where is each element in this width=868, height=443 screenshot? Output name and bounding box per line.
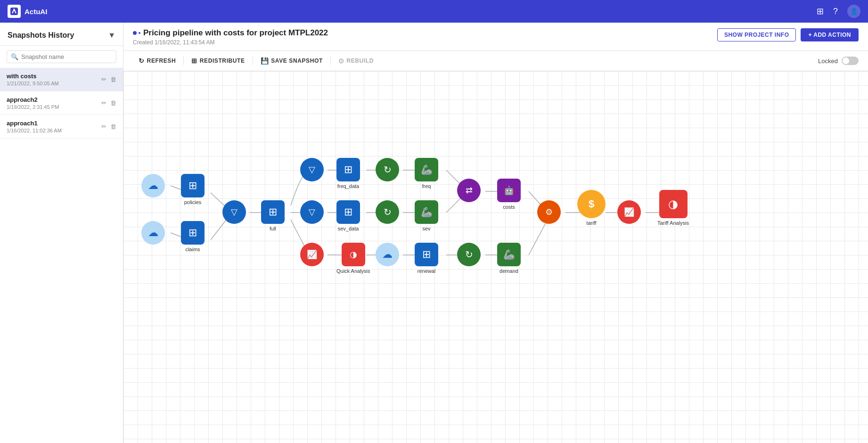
node-policies[interactable]: ⊞ policies <box>181 174 205 205</box>
node-freq-model[interactable]: ↻ <box>376 158 399 181</box>
refresh-icon: ↻ <box>139 57 145 65</box>
policies-icon: ⊞ <box>188 180 197 192</box>
sev-model-icon: ↻ <box>384 206 392 218</box>
snapshot-date-0: 1/21/2022, 9:50:05 AM <box>7 81 59 86</box>
header-buttons: SHOW PROJECT INFO + ADD ACTION <box>717 28 859 41</box>
save-snapshot-button[interactable]: 💾 SAVE SNAPSHOT <box>255 55 328 67</box>
renewal-cloud-icon: ☁ <box>382 248 393 261</box>
content-area: Pricing pipeline with costs for project … <box>123 23 868 443</box>
node-trend[interactable]: 📈 <box>617 200 641 224</box>
snapshot-date-2: 1/16/2022, 11:02:36 AM <box>7 128 62 133</box>
node-qa-circle[interactable]: 📈 <box>300 243 324 266</box>
node-freq-data[interactable]: ⊞ freq_data <box>336 158 360 189</box>
policies-label: policies <box>184 199 202 205</box>
grid-icon[interactable]: ⊞ <box>817 6 824 16</box>
node-tariff[interactable]: $ tariff <box>577 190 606 226</box>
main-layout: Snapshots History ▼ 🔍 with costs 1/21/20… <box>0 23 868 443</box>
pipeline-created: Created 1/16/2022, 11:43:54 AM <box>133 39 328 46</box>
tariff-label: tariff <box>586 220 596 226</box>
node-adjust[interactable]: ⚙ <box>537 200 561 224</box>
rebuild-icon: ⊙ <box>338 57 344 65</box>
toolbar: ↻ REFRESH ⊞ REDISTRIBUTE 💾 SAVE SNAPSHOT… <box>123 51 868 71</box>
redistribute-button[interactable]: ⊞ REDISTRIBUTE <box>186 55 250 67</box>
node-sev-data[interactable]: ⊞ sev_data <box>336 200 360 231</box>
toolbar-separator-2 <box>253 57 253 65</box>
node-tariff-analysis[interactable]: ◑ Tariff Analysis <box>657 190 689 226</box>
snapshot-actions-0: ✏ 🗑 <box>101 76 116 83</box>
pipeline-title: Pricing pipeline with costs for project … <box>133 28 328 38</box>
claims-label: claims <box>185 246 200 252</box>
node-renewal-cloud[interactable]: ☁ <box>376 243 399 266</box>
snapshot-date-1: 1/19/2022, 2:31:45 PM <box>7 104 59 110</box>
node-full[interactable]: ⊞ full <box>261 200 285 231</box>
snapshot-edit-icon-0[interactable]: ✏ <box>101 76 106 83</box>
snapshot-name-0: with costs <box>7 73 59 80</box>
qa-circle-icon: 📈 <box>307 249 317 260</box>
node-sev-arm[interactable]: 🦾 sev <box>415 200 438 231</box>
freq-data-icon: ⊞ <box>344 164 352 176</box>
node-renewal-model[interactable]: ↻ <box>457 243 481 266</box>
toolbar-separator-3 <box>330 57 331 65</box>
snapshot-item-2[interactable]: approach1 1/16/2022, 11:02:36 AM ✏ 🗑 <box>0 115 123 139</box>
freq-arm-label: freq <box>422 183 431 189</box>
node-filter2[interactable]: ▽ <box>300 158 324 181</box>
snapshot-item-text-1: approach2 1/19/2022, 2:31:45 PM <box>7 96 59 110</box>
refresh-button[interactable]: ↻ REFRESH <box>133 55 181 67</box>
freq-model-icon: ↻ <box>384 164 392 175</box>
snapshot-actions-2: ✏ 🗑 <box>101 123 116 130</box>
node-filter1[interactable]: ▽ <box>222 200 246 224</box>
topnav-left: ActuAI <box>8 5 47 18</box>
snapshot-list: with costs 1/21/2022, 9:50:05 AM ✏ 🗑 app… <box>0 68 123 139</box>
sidebar-collapse-icon[interactable]: ▼ <box>108 31 115 40</box>
full-icon: ⊞ <box>269 206 277 218</box>
help-icon[interactable]: ? <box>833 7 838 16</box>
locked-toggle[interactable] <box>842 57 859 65</box>
node-costs[interactable]: 🤖 costs <box>497 179 521 210</box>
snapshot-delete-icon-1[interactable]: 🗑 <box>110 99 116 107</box>
sidebar-search-container: 🔍 <box>7 50 116 63</box>
sev-data-icon: ⊞ <box>344 206 352 218</box>
content-header: Pricing pipeline with costs for project … <box>123 23 868 51</box>
snapshot-item-1[interactable]: approach2 1/19/2022, 2:31:45 PM ✏ 🗑 <box>0 91 123 115</box>
node-claims[interactable]: ⊞ claims <box>181 221 205 252</box>
freq-arm-icon: 🦾 <box>421 164 433 175</box>
costs-label: costs <box>503 204 515 210</box>
node-cloud1[interactable]: ☁ <box>141 174 165 197</box>
snapshot-edit-icon-1[interactable]: ✏ <box>101 99 106 107</box>
search-input[interactable] <box>21 53 112 60</box>
node-demand[interactable]: 🦾 demand <box>497 243 521 274</box>
add-action-button[interactable]: + ADD ACTION <box>801 28 859 41</box>
sev-arm-icon: 🦾 <box>421 206 433 218</box>
tariff-icon: $ <box>589 198 594 210</box>
app-title: ActuAI <box>25 8 47 16</box>
quick-analysis-icon: ◑ <box>350 249 357 260</box>
snapshot-edit-icon-2[interactable]: ✏ <box>101 123 106 130</box>
pipeline-info: Pricing pipeline with costs for project … <box>133 28 328 46</box>
sidebar: Snapshots History ▼ 🔍 with costs 1/21/20… <box>0 23 123 443</box>
rebuild-button[interactable]: ⊙ REBUILD <box>333 55 379 67</box>
pipeline-dot2 <box>139 32 140 34</box>
snapshot-actions-1: ✏ 🗑 <box>101 99 116 107</box>
sev-data-label: sev_data <box>338 226 359 231</box>
node-merge[interactable]: ⇄ <box>457 179 481 202</box>
user-icon[interactable]: 👤 <box>847 5 860 18</box>
pipeline-canvas: ☁ ⊞ policies ☁ <box>123 71 868 443</box>
freq-data-label: freq_data <box>337 183 359 189</box>
save-snapshot-icon: 💾 <box>261 57 269 65</box>
node-renewal[interactable]: ⊞ renewal <box>415 243 438 274</box>
filter1-icon: ▽ <box>231 207 237 217</box>
snapshot-delete-icon-2[interactable]: 🗑 <box>110 123 116 130</box>
show-project-info-button[interactable]: SHOW PROJECT INFO <box>717 28 796 41</box>
cloud1-icon: ☁ <box>148 180 158 192</box>
snapshot-delete-icon-0[interactable]: 🗑 <box>110 76 116 83</box>
app-logo <box>8 5 21 18</box>
node-filter3[interactable]: ▽ <box>300 200 324 224</box>
node-quick-analysis[interactable]: ◑ Quick Analysis <box>336 243 370 274</box>
snapshot-name-1: approach2 <box>7 96 59 103</box>
snapshot-item-0[interactable]: with costs 1/21/2022, 9:50:05 AM ✏ 🗑 <box>0 68 123 91</box>
node-sev-model[interactable]: ↻ <box>376 200 399 224</box>
node-cloud2[interactable]: ☁ <box>141 221 165 245</box>
search-icon: 🔍 <box>11 53 18 60</box>
node-freq-arm[interactable]: 🦾 freq <box>415 158 438 189</box>
snapshot-item-text-2: approach1 1/16/2022, 11:02:36 AM <box>7 120 62 133</box>
